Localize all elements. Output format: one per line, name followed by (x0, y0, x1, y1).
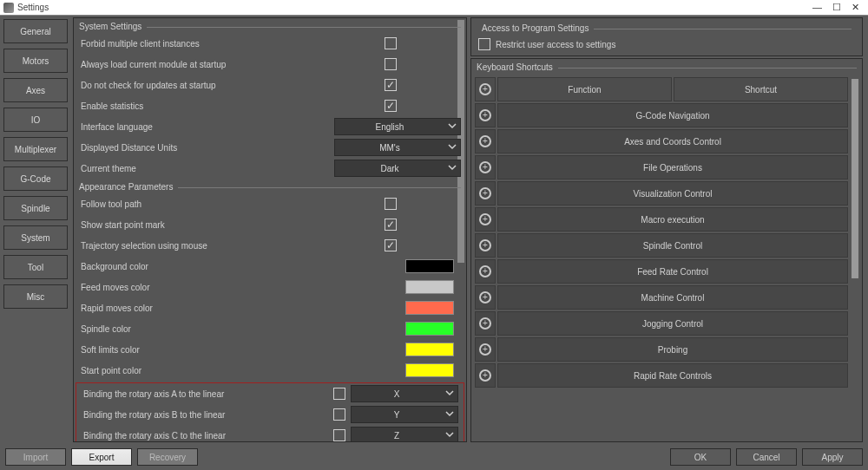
shortcut-cat-machine[interactable]: + Machine Control (475, 285, 858, 310)
row-always-load: Always load current module at startup (74, 54, 466, 75)
checkbox-bind-b[interactable] (333, 408, 345, 421)
select-bind-c[interactable]: Z (351, 427, 458, 441)
shortcut-cat-spindle[interactable]: + Spindle Control (475, 233, 858, 258)
row-forbid-multiple: Forbid multiple client instances (74, 33, 466, 54)
plus-circle-icon: + (479, 317, 491, 330)
swatch-softlimits-color[interactable] (405, 343, 454, 356)
sidebar-item-multiplexer[interactable]: Multiplexer (3, 137, 68, 161)
plus-circle-icon: + (479, 343, 491, 356)
row-rapid-color: Rapid moves color (74, 297, 466, 318)
plus-circle-icon: + (479, 161, 491, 173)
select-bind-a[interactable]: X (351, 385, 458, 402)
ok-button[interactable]: OK (670, 448, 731, 466)
select-bind-b[interactable]: Y (351, 406, 458, 423)
row-bind-c: Binding the rotary axis C to the linear … (76, 425, 464, 441)
system-settings-header: System Settings (74, 18, 466, 33)
checkbox-bind-c[interactable] (333, 429, 345, 441)
shortcut-cat-visualization[interactable]: + Visualization Control (475, 181, 858, 206)
recovery-button[interactable]: Recovery (137, 448, 198, 466)
scrollbar[interactable] (852, 79, 858, 278)
checkbox-always-load[interactable] (385, 58, 397, 70)
shortcut-cat-probing[interactable]: + Probing (475, 337, 858, 362)
sidebar-item-axes[interactable]: Axes (3, 78, 68, 102)
select-language[interactable]: English (334, 118, 461, 135)
window-title: Settings (17, 3, 49, 12)
sidebar-item-tool[interactable]: Tool (3, 255, 68, 279)
access-header: Access to Program Settings (477, 20, 857, 35)
maximize-button[interactable]: ☐ (832, 2, 841, 13)
shortcut-cat-feedrate[interactable]: + Feed Rate Control (475, 259, 858, 284)
row-bind-b: Binding the rotary axis B to the linear … (76, 404, 464, 425)
row-softlimits-color: Soft limits color (74, 339, 466, 360)
minimize-button[interactable]: — (812, 2, 822, 13)
plus-circle-icon: + (479, 239, 491, 251)
chevron-down-icon (442, 409, 457, 420)
sidebar-item-general[interactable]: General (3, 19, 68, 43)
cancel-button[interactable]: Cancel (736, 448, 797, 466)
sidebar-item-spindle[interactable]: Spindle (3, 196, 68, 220)
expand-all-header[interactable]: + (475, 77, 496, 101)
row-startpoint-color: Start point color (74, 360, 466, 381)
shortcut-cat-gcode-nav[interactable]: + G-Code Navigation (475, 103, 858, 127)
shortcut-cat-file-ops[interactable]: + File Operations (475, 155, 858, 180)
shortcut-cat-jogging[interactable]: + Jogging Control (475, 311, 858, 336)
chevron-down-icon (444, 163, 460, 173)
titlebar: Settings — ☐ ✕ (0, 0, 868, 16)
sidebar-item-io[interactable]: IO (3, 108, 68, 132)
checkbox-trajectory-mouse[interactable]: ✓ (385, 239, 397, 251)
swatch-feed-color[interactable] (405, 280, 454, 294)
row-no-update-check: Do not check for updates at startup ✓ (74, 75, 466, 95)
row-enable-statistics: Enable statistics ✓ (74, 95, 466, 116)
select-units[interactable]: MM's (334, 139, 461, 156)
export-button[interactable]: Export (71, 448, 132, 466)
shortcuts-table-header: + Function Shortcut (475, 77, 848, 101)
shortcuts-header: Keyboard Shortcuts (471, 59, 862, 74)
row-feed-color: Feed moves color (74, 277, 466, 297)
sidebar-item-motors[interactable]: Motors (3, 49, 68, 73)
shortcuts-panel: Keyboard Shortcuts + Function Shortcut + (470, 58, 863, 442)
import-button[interactable]: Import (5, 448, 66, 466)
checkbox-no-update-check[interactable]: ✓ (385, 79, 397, 91)
shortcut-cat-macro[interactable]: + Macro execution (475, 207, 858, 232)
chevron-down-icon (444, 142, 460, 153)
shortcut-cat-rapidrate[interactable]: + Rapid Rate Controls (475, 363, 858, 388)
swatch-rapid-color[interactable] (405, 301, 454, 315)
close-button[interactable]: ✕ (852, 2, 859, 13)
appearance-header: Appearance Parameters (74, 179, 466, 193)
sidebar-item-system[interactable]: System (3, 225, 68, 250)
plus-circle-icon: + (479, 187, 491, 199)
chevron-down-icon (444, 121, 460, 132)
settings-panel: System Settings Forbid multiple client i… (73, 17, 467, 442)
apply-button[interactable]: Apply (802, 448, 863, 466)
swatch-startpoint-color[interactable] (405, 363, 454, 377)
footer: Import Export Recovery OK Cancel Apply (0, 444, 868, 470)
sidebar-item-misc[interactable]: Misc (3, 284, 68, 309)
checkbox-follow-tool-path[interactable] (385, 198, 397, 210)
select-theme[interactable]: Dark (334, 160, 461, 177)
checkbox-restrict-access[interactable] (478, 38, 490, 50)
binding-group: Binding the rotary axis A to the linear … (76, 382, 464, 441)
checkbox-bind-a[interactable] (333, 388, 345, 400)
row-bg-color: Background color (74, 256, 466, 277)
sidebar-item-gcode[interactable]: G-Code (3, 166, 68, 191)
row-units: Displayed Distance Units MM's (74, 137, 466, 158)
sidebar: General Motors Axes IO Multiplexer G-Cod… (0, 16, 71, 444)
swatch-bg-color[interactable] (405, 259, 454, 273)
plus-circle-icon: + (479, 265, 491, 277)
restrict-access-label: Restrict user access to settings (496, 40, 615, 49)
shortcut-cat-axes-coords[interactable]: + Axes and Coords Control (475, 129, 858, 153)
chevron-down-icon (442, 430, 457, 441)
plus-circle-icon: + (479, 213, 491, 225)
row-spindle-color: Spindle color (74, 318, 466, 339)
plus-circle-icon: + (479, 291, 491, 304)
plus-circle-icon: + (479, 135, 491, 147)
checkbox-enable-statistics[interactable]: ✓ (385, 100, 397, 112)
swatch-spindle-color[interactable] (405, 322, 454, 336)
app-icon (3, 3, 14, 13)
plus-circle-icon: + (479, 369, 491, 382)
checkbox-forbid-multiple[interactable] (385, 37, 397, 49)
chevron-down-icon (442, 388, 457, 399)
plus-circle-icon: + (479, 83, 491, 95)
col-function: Function (497, 77, 672, 101)
checkbox-show-start-point[interactable]: ✓ (385, 219, 397, 231)
